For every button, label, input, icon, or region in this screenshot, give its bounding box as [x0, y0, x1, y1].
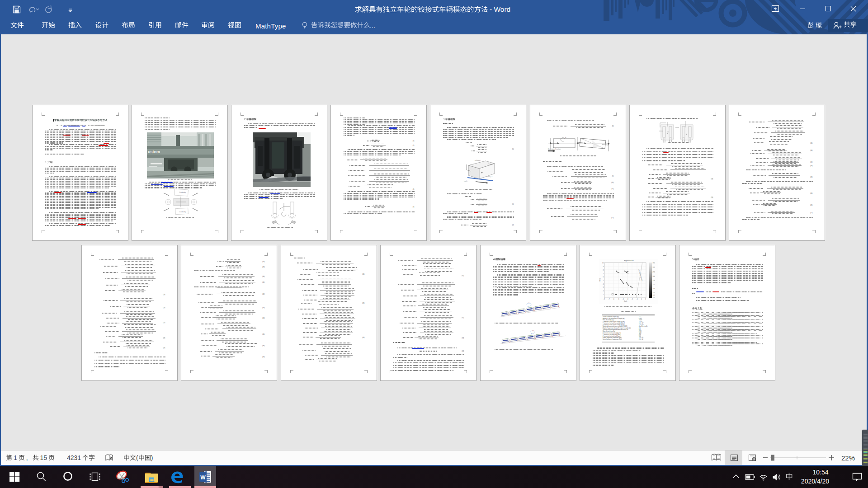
svg-text:1.0 × 10⁷: 1.0 × 10⁷ [639, 337, 643, 338]
svg-text:470: 470 [639, 333, 641, 335]
svg-text:Distance between couplers (m): Distance between couplers (m) [603, 316, 619, 318]
svg-text:155: 155 [653, 292, 655, 294]
svg-text:-5: -5 [618, 298, 619, 300]
svg-text:track j: track j [464, 180, 467, 182]
svg-text:dₓ = 10³, dₓ = 10³: dₓ = 10³, dₓ = 10³ [639, 325, 648, 327]
svg-text:322: 322 [653, 267, 655, 268]
svg-text:12.2: 12.2 [639, 316, 642, 318]
svg-text:238: 238 [653, 280, 655, 282]
svg-text:Lateral stiffness of suspensio: Lateral stiffness of suspension (N/m) [603, 337, 622, 338]
svg-text:-2: -2 [632, 298, 633, 300]
svg-text:1.6 × 10⁴: 1.6 × 10⁴ [639, 324, 644, 326]
svg-text:1.5 × 10⁴: 1.5 × 10⁴ [639, 322, 644, 324]
svg-text:294: 294 [653, 271, 655, 273]
svg-text:350: 350 [653, 262, 655, 264]
svg-text:15000: 15000 [639, 319, 642, 321]
svg-text:0.6: 0.6 [639, 328, 641, 330]
svg-text:Mass of carbody (kg): Mass of carbody (kg) [603, 319, 613, 321]
svg-text:Y moment of inertia of the car: Y moment of inertia of the carbody (kg.m… [603, 322, 625, 324]
svg-text:carbody j: carbody j [475, 160, 481, 161]
svg-text:Rotational damping between car: Rotational damping between carbodies (N.… [603, 325, 627, 327]
svg-text:ψ: ψ [565, 136, 566, 138]
svg-text:-7: -7 [609, 298, 610, 300]
svg-text:-6: -6 [613, 298, 614, 300]
svg-text:Z moment of inertia of the car: Z moment of inertia of the carbody (kg.m… [603, 324, 625, 326]
svg-text:Carbody: Carbody [179, 211, 186, 213]
svg-text:Vertical stiffness of suspensi: Vertical stiffness of suspension (N/m) [603, 338, 622, 340]
svg-text:W: W [200, 474, 206, 481]
svg-text:ustom: ustom [148, 150, 160, 154]
svg-text:-1: -1 [637, 298, 638, 300]
svg-text:211: 211 [653, 284, 655, 286]
svg-text:0.954: 0.954 [639, 318, 642, 319]
svg-text:2.1: 2.1 [639, 327, 641, 329]
svg-text:Height of suspension plane wit: Height of suspension plane with respect … [603, 327, 631, 329]
svg-text:183: 183 [653, 288, 655, 290]
svg-text:-3: -3 [627, 298, 628, 300]
svg-text:X moment of inertia of truck (: X moment of inertia of truck (kg.m²) [603, 332, 621, 334]
svg-text:Height of COM with respect to: Height of COM with respect to coupler (m… [603, 318, 625, 319]
svg-text:100: 100 [653, 297, 655, 299]
svg-text:900: 900 [639, 335, 641, 337]
svg-text:Z moment of inertia of truck (: Z moment of inertia of truck (kg.m²) [603, 335, 621, 337]
svg-text:Im(λ): Im(λ) [599, 278, 601, 282]
svg-text:Mass of truck frame (kg): Mass of truck frame (kg) [603, 330, 615, 332]
svg-text:-4: -4 [623, 298, 624, 300]
svg-text:track j+1: track j+1 [487, 176, 493, 178]
svg-text:X moment of inertia of the car: X moment of inertia of the carbody (kg.m… [603, 321, 625, 323]
svg-text:Direction of motion: Direction of motion [548, 148, 561, 150]
svg-text:Y moment of inertia of truck (: Y moment of inertia of truck (kg.m²) [603, 333, 621, 335]
svg-text:Carbody: Carbody [179, 191, 186, 193]
svg-text:Re(λ): Re(λ) [624, 300, 627, 302]
svg-text:Eigenvalues: Eigenvalues [624, 259, 634, 262]
svg-text:10: 10 [602, 262, 604, 264]
svg-text:1240: 1240 [639, 332, 642, 334]
svg-text:2.6 × 10⁶: 2.6 × 10⁶ [639, 338, 644, 340]
svg-text:-8: -8 [604, 298, 605, 300]
svg-text:127: 127 [653, 295, 655, 296]
svg-text:Transversal semidistance betwe: Transversal semidistance between airspri… [603, 328, 628, 330]
svg-text:2 × 10³: 2 × 10³ [639, 321, 642, 323]
svg-text:2753: 2753 [639, 330, 642, 332]
svg-text:266: 266 [653, 276, 655, 277]
